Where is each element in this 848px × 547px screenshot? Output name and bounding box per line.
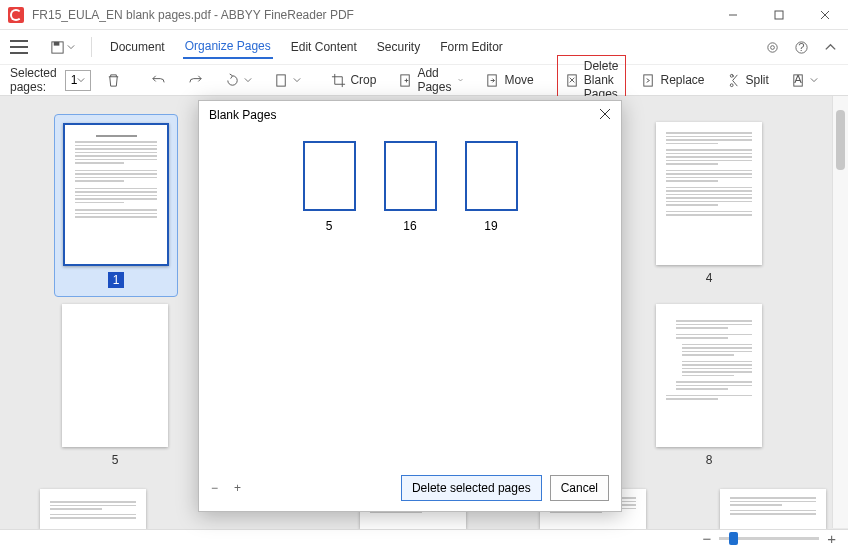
window-controls [710, 0, 848, 29]
collapse-icon[interactable] [823, 40, 838, 55]
delete-button[interactable] [99, 69, 128, 92]
trash-icon [106, 73, 121, 88]
enhance-dropdown[interactable] [841, 69, 848, 92]
split-icon [727, 73, 742, 88]
save-icon [50, 40, 65, 55]
selected-pages-label: Selected pages: [10, 66, 57, 94]
zoom-slider[interactable] [719, 537, 819, 540]
app-icon [8, 7, 24, 23]
gear-icon[interactable] [765, 40, 780, 55]
page-thumb-4[interactable]: 4 [656, 122, 762, 285]
chevron-down-icon [810, 76, 818, 84]
chevron-down-icon [77, 76, 85, 84]
delete-selected-pages-button[interactable]: Delete selected pages [401, 475, 542, 501]
zoom-bar: − + [0, 529, 848, 547]
zoom-out-button[interactable]: − [702, 530, 711, 547]
page-thumb-1[interactable]: 1 [54, 114, 178, 297]
blank-pages-dialog: Blank Pages 5 16 19 − + Delete selected … [198, 100, 622, 512]
dialog-close-button[interactable] [599, 108, 611, 123]
blank-page-thumb[interactable]: 19 [465, 141, 518, 233]
help-icon[interactable]: ? [794, 40, 809, 55]
ocr-icon: A [791, 73, 806, 88]
move-button[interactable]: Move [478, 69, 540, 92]
chevron-down-icon [244, 76, 252, 84]
redo-icon [188, 73, 203, 88]
blank-page-thumb[interactable]: 5 [303, 141, 356, 233]
cancel-button[interactable]: Cancel [550, 475, 609, 501]
dialog-footer: − + Delete selected pages Cancel [211, 475, 609, 501]
crop-button[interactable]: Crop [324, 69, 383, 92]
replace-icon [641, 73, 656, 88]
blank-page-preview [384, 141, 437, 211]
blank-page-number: 16 [403, 219, 416, 233]
ocr-dropdown[interactable]: A [784, 69, 825, 92]
dialog-header: Blank Pages [199, 101, 621, 129]
svg-point-6 [768, 42, 777, 51]
page-thumb-partial[interactable] [720, 489, 826, 529]
dialog-zoom-out[interactable]: − [211, 481, 218, 495]
menu-document[interactable]: Document [108, 36, 167, 58]
redo-button[interactable] [181, 69, 210, 92]
page-preview [63, 123, 169, 266]
page-number: 1 [108, 272, 125, 288]
close-icon [599, 108, 611, 120]
zoom-knob[interactable] [729, 532, 738, 545]
chevron-down-icon [67, 43, 75, 51]
delete-blank-icon [565, 73, 580, 88]
selected-pages-dropdown[interactable]: 1 [65, 70, 92, 91]
chevron-down-icon [458, 76, 463, 84]
minimize-button[interactable] [710, 0, 756, 30]
page-preview [62, 304, 168, 447]
crop-icon [331, 73, 346, 88]
toolbar: Selected pages: 1 Crop Add Pages Move De… [0, 64, 848, 96]
save-dropdown[interactable] [50, 40, 75, 55]
chevron-down-icon [293, 76, 301, 84]
menubar: Document Organize Pages Edit Content Sec… [0, 30, 848, 64]
menu-edit-content[interactable]: Edit Content [289, 36, 359, 58]
blank-page-number: 5 [326, 219, 333, 233]
zoom-in-button[interactable]: + [827, 530, 836, 547]
add-pages-button[interactable]: Add Pages [391, 62, 470, 98]
separator [91, 37, 92, 57]
blank-page-thumb[interactable]: 16 [384, 141, 437, 233]
menu-form-editor[interactable]: Form Editor [438, 36, 505, 58]
rotate-button[interactable] [218, 69, 259, 92]
svg-rect-14 [644, 74, 652, 85]
svg-rect-5 [54, 41, 60, 45]
undo-button[interactable] [144, 69, 173, 92]
page-number: 4 [706, 271, 713, 285]
vertical-scrollbar[interactable] [832, 96, 848, 528]
blank-page-preview [303, 141, 356, 211]
dialog-zoom-in[interactable]: + [234, 481, 241, 495]
titlebar: FR15_EULA_EN blank pages.pdf - ABBYY Fin… [0, 0, 848, 30]
blank-page-preview [465, 141, 518, 211]
page-thumb-partial[interactable] [40, 489, 146, 529]
blank-page-number: 19 [484, 219, 497, 233]
scroll-thumb[interactable] [836, 110, 845, 170]
rotate-icon [225, 73, 240, 88]
page-number: 5 [112, 453, 119, 467]
page-icon [274, 73, 289, 88]
svg-rect-1 [775, 11, 783, 19]
window-title: FR15_EULA_EN blank pages.pdf - ABBYY Fin… [32, 8, 710, 22]
svg-point-16 [730, 83, 733, 86]
menu-security[interactable]: Security [375, 36, 422, 58]
svg-point-7 [771, 45, 775, 49]
page-thumb-5[interactable]: 5 [62, 304, 168, 467]
menu-organize-pages[interactable]: Organize Pages [183, 35, 273, 59]
svg-point-15 [730, 74, 733, 77]
undo-icon [151, 73, 166, 88]
split-button[interactable]: Split [720, 69, 776, 92]
replace-button[interactable]: Replace [634, 69, 711, 92]
close-button[interactable] [802, 0, 848, 30]
selected-pages-value: 1 [71, 73, 78, 87]
move-icon [485, 73, 500, 88]
page-number: 8 [706, 453, 713, 467]
svg-text:A: A [794, 73, 802, 85]
svg-text:?: ? [798, 41, 804, 53]
maximize-button[interactable] [756, 0, 802, 30]
dialog-body: 5 16 19 [199, 129, 621, 245]
hamburger-icon[interactable] [10, 40, 28, 54]
page-thumb-8[interactable]: 8 [656, 304, 762, 467]
pages-dropdown[interactable] [267, 69, 308, 92]
